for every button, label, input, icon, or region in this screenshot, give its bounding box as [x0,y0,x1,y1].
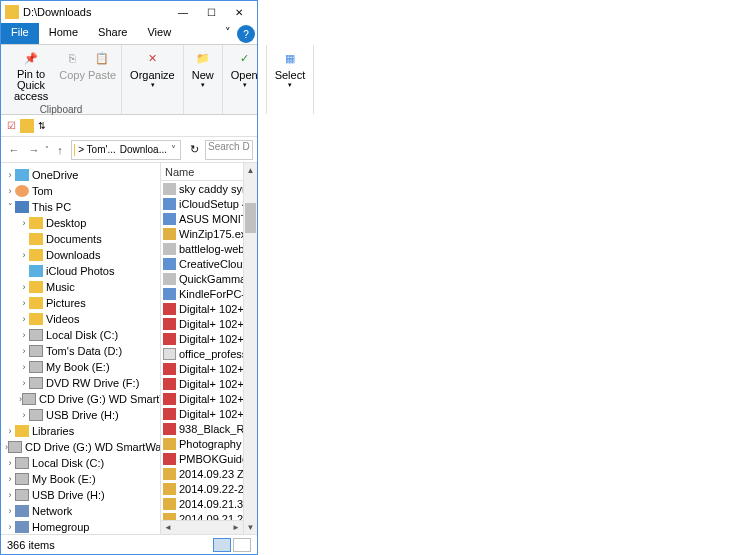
file-row[interactable]: 2014.09.21.2 La [161,511,243,520]
tab-home[interactable]: Home [39,23,88,44]
expander-icon[interactable]: › [19,314,29,324]
titlebar[interactable]: D:\Downloads — ☐ ✕ [1,1,257,23]
organize-button[interactable]: ✕ Organize ▾ [126,47,179,112]
tree-node[interactable]: ›DVD RW Drive (F:) [1,375,160,391]
file-row[interactable]: CreativeCloud [161,256,243,271]
breadcrumb-segment[interactable]: > Tom'... [76,144,118,155]
help-icon[interactable]: ? [237,25,255,43]
checkbox-icon[interactable]: ☑ [7,120,16,131]
expander-icon[interactable]: › [19,218,29,228]
vertical-scrollbar[interactable]: ▲ ▼ [243,163,257,534]
ribbon-minimize-icon[interactable]: ˅ [221,23,235,44]
new-button[interactable]: 📁 New ▾ [188,47,218,112]
file-row[interactable]: 2014.09.21.3-09 [161,496,243,511]
file-row[interactable]: iCloudSetup 4. [161,196,243,211]
address-bar[interactable]: > Tom'... Downloa... ˅ [71,140,181,160]
tree-node[interactable]: ›Libraries [1,423,160,439]
expander-icon[interactable]: › [19,378,29,388]
file-row[interactable]: Digital+ 102+W [161,316,243,331]
file-row[interactable]: QuickGamma_ [161,271,243,286]
column-header-name[interactable]: Name [161,163,243,181]
navigation-tree[interactable]: ›OneDrive›Tom˅This PC›DesktopDocuments›D… [1,163,161,534]
file-row[interactable]: battlelog-web- [161,241,243,256]
maximize-button[interactable]: ☐ [197,2,225,22]
file-row[interactable]: Digital+ 102+W [161,376,243,391]
expander-icon[interactable]: › [5,170,15,180]
tree-node[interactable]: ›Downloads [1,247,160,263]
expander-icon[interactable]: › [19,410,29,420]
expander-icon[interactable]: › [19,346,29,356]
file-row[interactable]: Digital+ 102+W [161,406,243,421]
file-row[interactable]: 2014.09.22-23 [161,481,243,496]
file-row[interactable]: 2014.09.23 Zuri [161,466,243,481]
tab-file[interactable]: File [1,23,39,44]
tab-view[interactable]: View [137,23,181,44]
horizontal-scrollbar[interactable]: ◄ ► [161,520,243,534]
scroll-right-icon[interactable]: ► [229,523,243,532]
qat-dropdown-icon[interactable]: ⇅ [38,121,46,131]
scroll-up-icon[interactable]: ▲ [244,163,257,177]
copy-button[interactable]: ⎘ Copy [57,47,87,104]
expander-icon[interactable]: › [5,426,15,436]
tree-node[interactable]: ›CD Drive (G:) WD SmartWare [1,439,160,455]
scroll-left-icon[interactable]: ◄ [161,523,175,532]
tree-node[interactable]: ›OneDrive [1,167,160,183]
open-button[interactable]: ✓ Open ▾ [227,47,262,112]
icons-view-button[interactable] [233,538,251,552]
tree-node[interactable]: ›Homegroup [1,519,160,534]
tree-node[interactable]: ›Local Disk (C:) [1,327,160,343]
expander-icon[interactable]: › [5,474,15,484]
pin-to-quick-access-button[interactable]: 📌 Pin to Quick access [5,47,57,104]
select-button[interactable]: ▦ Select ▾ [271,47,310,112]
file-row[interactable]: office_professi [161,346,243,361]
tree-node[interactable]: ›Videos [1,311,160,327]
tree-node[interactable]: ›Tom's Data (D:) [1,343,160,359]
tab-share[interactable]: Share [88,23,137,44]
expander-icon[interactable]: › [5,522,15,532]
tree-node[interactable]: ›Local Disk (C:) [1,455,160,471]
tree-node[interactable]: ˅This PC [1,199,160,215]
tree-node[interactable]: ›My Book (E:) [1,471,160,487]
breadcrumb-segment[interactable]: Downloa... [118,144,169,155]
details-view-button[interactable] [213,538,231,552]
expander-icon[interactable]: › [19,250,29,260]
expander-icon[interactable]: › [19,298,29,308]
up-button[interactable]: ↑ [51,141,69,159]
tree-node[interactable]: ›Pictures [1,295,160,311]
scroll-down-icon[interactable]: ▼ [244,520,257,534]
tree-node[interactable]: ›CD Drive (G:) WD SmartWare [1,391,160,407]
file-row[interactable]: Digital+ 102+W [161,391,243,406]
expander-icon[interactable]: › [5,490,15,500]
back-button[interactable]: ← [5,141,23,159]
expander-icon[interactable]: ˅ [5,202,15,212]
folder-icon[interactable] [20,119,34,133]
file-row[interactable]: sky caddy sync [161,181,243,196]
minimize-button[interactable]: — [169,2,197,22]
expander-icon[interactable]: › [5,186,15,196]
chevron-down-icon[interactable]: ˅ [169,144,178,155]
file-row[interactable]: ASUS MONITO [161,211,243,226]
file-row[interactable]: KindleForPC-in [161,286,243,301]
expander-icon[interactable]: › [19,362,29,372]
file-list[interactable]: Name sky caddy synciCloudSetup 4.ASUS MO… [161,163,243,534]
tree-node[interactable]: ›Desktop [1,215,160,231]
search-input[interactable]: Search D [205,140,253,160]
paste-button[interactable]: 📋 Paste [87,47,117,104]
tree-node[interactable]: ›Music [1,279,160,295]
file-row[interactable]: PMBOKGuideF [161,451,243,466]
expander-icon[interactable]: › [5,458,15,468]
file-row[interactable]: WinZip175.exe [161,226,243,241]
close-button[interactable]: ✕ [225,2,253,22]
file-row[interactable]: Digital+ 102+W [161,361,243,376]
file-row[interactable]: Photography c [161,436,243,451]
forward-button[interactable]: → [25,141,43,159]
expander-icon[interactable]: › [5,506,15,516]
tree-node[interactable]: ›Tom [1,183,160,199]
file-row[interactable]: Digital+ 102+W [161,301,243,316]
expander-icon[interactable]: › [19,282,29,292]
tree-node[interactable]: ›Network [1,503,160,519]
scrollbar-thumb[interactable] [245,203,256,233]
history-dropdown-icon[interactable]: ˅ [45,145,49,154]
tree-node[interactable]: ›My Book (E:) [1,359,160,375]
file-row[interactable]: 938_Black_Rub [161,421,243,436]
